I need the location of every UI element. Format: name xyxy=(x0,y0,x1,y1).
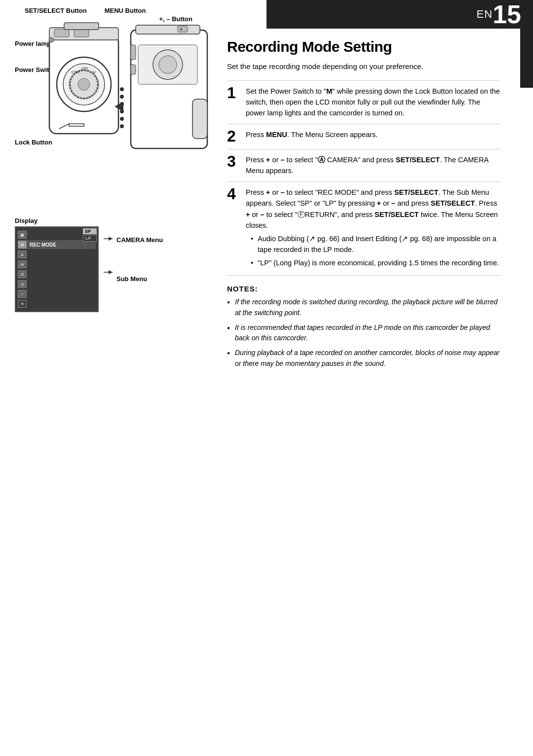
display-wrapper: ▦ ⊞ REC MODE A M ⊡ xyxy=(15,226,197,312)
svg-marker-32 xyxy=(109,237,113,241)
display-screen: ▦ ⊞ REC MODE A M ⊡ xyxy=(15,226,99,312)
camera-diagram: +, – Button Power lamp Power Switch STBY… xyxy=(15,15,197,173)
svg-text:OFF: OFF xyxy=(81,67,88,70)
step-4-bullets: Audio Dubbing (↗ pg. 66) and Insert Edit… xyxy=(246,233,500,268)
left-panel: SET/SELECT Button MENU Button +, – Butto… xyxy=(0,0,212,306)
icon-x: ✕ xyxy=(18,300,27,308)
svg-rect-13 xyxy=(64,23,99,30)
notes-list: If the recording mode is switched during… xyxy=(227,297,500,369)
header-bar: EN 15 xyxy=(266,0,533,29)
svg-text:+: + xyxy=(180,27,183,32)
svg-rect-28 xyxy=(136,25,200,34)
step-4-number: 4 xyxy=(227,186,241,202)
sub-menu-label: Sub Menu xyxy=(116,275,147,283)
step-1-content: Set the Power Switch to "M" while pressi… xyxy=(246,86,500,119)
right-panel: Recording Mode Setting Set the tape reco… xyxy=(212,34,515,373)
svg-rect-27 xyxy=(192,99,207,139)
menu-label: MENU Button xyxy=(105,7,146,14)
svg-rect-16 xyxy=(131,65,136,74)
display-label: Display xyxy=(15,217,197,224)
camera-menu-label: CAMERA Menu xyxy=(116,236,163,244)
step-2: 2 Press MENU. The Menu Screen appears. xyxy=(227,124,500,149)
notes-title: NOTES: xyxy=(227,285,500,293)
svg-rect-15 xyxy=(131,45,136,60)
icon-camera: ⊡ xyxy=(18,270,27,278)
step-1: 1 Set the Power Switch to "M" while pres… xyxy=(227,80,500,124)
diagram-top-labels: SET/SELECT Button MENU Button xyxy=(15,7,207,14)
step-4: 4 Press + or – to select "REC MODE" and … xyxy=(227,181,500,276)
step-1-number: 1 xyxy=(227,85,241,101)
display-section: Display ▦ ⊞ REC MODE A M xyxy=(15,217,197,312)
svg-text:STBY: STBY xyxy=(71,71,80,74)
step-4-content: Press + or – to select "REC MODE" and pr… xyxy=(246,187,500,270)
camera-menu-row: CAMERA Menu xyxy=(104,233,163,244)
step-3-number: 3 xyxy=(227,153,241,169)
notes-section: NOTES: If the recording mode is switched… xyxy=(227,285,500,369)
icon-settings: ◎ xyxy=(18,280,27,288)
menu-side-labels: CAMERA Menu Sub Menu xyxy=(104,226,163,283)
icon-rec-mode: ⊞ xyxy=(18,241,27,249)
svg-rect-29 xyxy=(178,26,188,32)
svg-point-25 xyxy=(120,124,124,128)
icon-a: A xyxy=(18,251,27,258)
step-2-number: 2 xyxy=(227,128,241,144)
page-prefix: EN xyxy=(477,8,493,21)
step-4-bullet-1: Audio Dubbing (↗ pg. 66) and Insert Edit… xyxy=(251,233,500,255)
note-2: It is recommended that tapes recorded in… xyxy=(227,323,500,344)
svg-rect-11 xyxy=(74,29,89,37)
step-3: 3 Press + or – to select "Ⓐ CAMERA" and … xyxy=(227,149,500,181)
sub-menu-row: Sub Menu xyxy=(104,261,163,283)
svg-rect-10 xyxy=(54,29,69,37)
page-number: 15 xyxy=(493,1,521,27)
section-title: Recording Mode Setting xyxy=(227,38,500,55)
icon-cassette: ▦ xyxy=(18,231,27,239)
menu-icon-list: ▦ ⊞ REC MODE A M ⊡ xyxy=(18,230,96,308)
camera-menu-arrow-icon xyxy=(104,236,114,242)
note-1: If the recording mode is switched during… xyxy=(227,297,500,318)
side-tab xyxy=(520,29,533,88)
svg-point-20 xyxy=(120,87,124,91)
svg-point-4 xyxy=(78,78,90,90)
sp-lp-options: SP LP xyxy=(83,228,97,242)
lock-button-label: Lock Button xyxy=(15,139,52,146)
icon-m: M xyxy=(18,260,27,268)
svg-text:M: M xyxy=(93,71,96,74)
steps-container: 1 Set the Power Switch to "M" while pres… xyxy=(227,80,500,276)
intro-text: Set the tape recording mode depending on… xyxy=(227,61,500,72)
set-select-label: SET/SELECT Button xyxy=(25,7,87,14)
svg-point-24 xyxy=(120,117,124,121)
lp-option: LP xyxy=(83,235,97,242)
icon-clock: ○ xyxy=(18,290,27,298)
svg-point-21 xyxy=(120,95,124,99)
step-3-content: Press + or – to select "Ⓐ CAMERA" and pr… xyxy=(246,154,500,177)
step-4-bullet-2: "LP" (Long Play) is more economical, pro… xyxy=(251,257,500,268)
svg-point-19 xyxy=(159,56,177,73)
rec-mode-text: REC MODE xyxy=(30,242,56,248)
svg-point-12 xyxy=(49,37,54,42)
step-2-content: Press MENU. The Menu Screen appears. xyxy=(246,129,500,140)
camera-svg: STBY OFF M xyxy=(44,20,227,168)
sp-option: SP xyxy=(83,228,97,234)
sub-menu-arrow-icon xyxy=(104,269,114,275)
note-3: During playback of a tape recorded on an… xyxy=(227,348,500,369)
svg-marker-34 xyxy=(109,270,113,274)
